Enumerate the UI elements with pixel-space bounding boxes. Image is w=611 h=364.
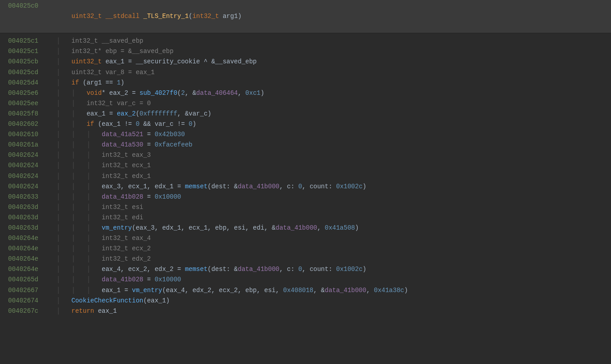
function-signature-row[interactable]: 004025c0 uint32_t __stdcall _TLS_Entry_1…	[0, 0, 611, 33]
code-token: data_41b028	[102, 193, 143, 200]
code-token: , &	[185, 89, 196, 97]
code-token: eax_1	[94, 307, 117, 315]
arg-type: int32_t	[193, 13, 219, 20]
code-token: eax_1 = __security_cookie ^ &__saved_ebp	[102, 58, 256, 65]
code-token: =	[143, 141, 154, 148]
code-token: int32_t ecx_2	[102, 245, 151, 252]
code-line[interactable]: 004025cd │ uint32_t var_8 = eax_1	[0, 67, 611, 78]
code-line[interactable]: 00402633 │ │ │ data_41b028 = 0x10000	[0, 192, 611, 202]
address-label: 004025cd	[0, 67, 45, 78]
code-line[interactable]: 00402624 │ │ │ int32_t ecx_1	[0, 160, 611, 171]
code-content: eax_4, ecx_2, edx_2 = memset(dest: &data…	[102, 264, 611, 275]
indent-guides: │ │ │	[45, 223, 102, 233]
code-line[interactable]: 0040263d │ │ │ vm_entry(eax_3, edx_1, ec…	[0, 223, 611, 233]
code-token: )	[404, 287, 408, 294]
code-line[interactable]: 004025f8 │ │ eax_1 = eax_2(0xffffffff, &…	[0, 109, 611, 119]
code-line[interactable]: 004025ee │ │ int32_t var_c = 0	[0, 98, 611, 109]
indent-guides: │ │ │	[45, 202, 102, 213]
indent-guides: │ │ │	[45, 171, 102, 182]
code-token: int32_t* ebp = &__saved_ebp	[72, 48, 174, 55]
indent-guides: │ │ │	[45, 129, 102, 140]
code-content: int32_t __saved_ebp	[72, 36, 611, 46]
code-line[interactable]: 0040264e │ │ │ int32_t ecx_2	[0, 244, 611, 254]
code-line[interactable]: 00402602 │ │ if (eax_1 != 0 && var_c != …	[0, 119, 611, 129]
code-token: int32_t eax_4	[102, 235, 151, 242]
address-label: 004025cb	[0, 57, 45, 67]
code-token: data_41b000	[238, 266, 279, 273]
address-label: 0040261a	[0, 140, 45, 150]
code-token: =	[143, 131, 154, 138]
code-line[interactable]: 00402674 │ CookieCheckFunction(eax_1)	[0, 296, 611, 306]
indent-guides: │ │	[45, 88, 86, 98]
code-token: eax_1 =	[102, 287, 132, 294]
code-line[interactable]: 004025c1 │ int32_t* ebp = &__saved_ebp	[0, 46, 611, 57]
return-type: uint32_t	[72, 13, 102, 20]
indent-guides: │ │ │	[45, 150, 102, 160]
code-line[interactable]: 00402624 │ │ │ int32_t eax_3	[0, 150, 611, 160]
address-label: 00402624	[0, 160, 45, 171]
indent-guides: │	[45, 36, 72, 46]
indent-guides: │	[45, 296, 72, 306]
address-label: 0040264e	[0, 254, 45, 264]
address-label: 0040263d	[0, 202, 45, 213]
address-label: 004025d4	[0, 78, 45, 88]
code-line[interactable]: 004025e6 │ │ void* eax_2 = sub_4027f0(2,…	[0, 88, 611, 98]
indent-guides: │ │ │	[45, 233, 102, 244]
address-label: 00402624	[0, 182, 45, 192]
indent-guides: │ │ │	[45, 140, 102, 150]
code-token: (dest: &	[207, 266, 238, 273]
indent-guides: │	[45, 67, 72, 78]
code-token: 0x408018	[283, 287, 313, 294]
indent-guides: │ │ │	[45, 182, 102, 192]
code-line[interactable]: 0040265d │ │ │ data_41b028 = 0x10000	[0, 275, 611, 285]
code-token: * eax_2 =	[102, 89, 139, 97]
code-line[interactable]: 0040267c │ return eax_1	[0, 306, 611, 316]
code-token: , &	[314, 287, 325, 294]
code-line[interactable]: 0040264e │ │ │ int32_t eax_4	[0, 233, 611, 244]
code-token: (dest: &	[207, 183, 238, 190]
code-line[interactable]: 00402624 │ │ │ int32_t edx_1	[0, 171, 611, 182]
code-line[interactable]: 00402667 │ │ │ eax_1 = vm_entry(eax_4, e…	[0, 285, 611, 296]
code-token: (eax_4, edx_2, ecx_2, ebp, esi,	[162, 287, 283, 294]
code-token: 0x1002c	[336, 183, 363, 190]
code-token: data_406464	[196, 89, 238, 97]
function-name[interactable]: _TLS_Entry_1	[143, 13, 189, 20]
code-line[interactable]: 004025d4 │ if (arg1 == 1)	[0, 78, 611, 88]
decompiler-listing[interactable]: 004025c1 │ int32_t __saved_ebp004025c1 │…	[0, 33, 611, 316]
code-token: sub_4027f0	[139, 89, 177, 97]
code-content: CookieCheckFunction(eax_1)	[72, 296, 611, 306]
code-line[interactable]: 00402624 │ │ │ eax_3, ecx_1, edx_1 = mem…	[0, 182, 611, 192]
indent-guides: │ │	[45, 109, 86, 119]
indent-guides: │ │ │	[45, 285, 102, 296]
code-line[interactable]: 0040263d │ │ │ int32_t esi	[0, 202, 611, 213]
code-line[interactable]: 00402610 │ │ │ data_41a521 = 0x42b030	[0, 129, 611, 140]
code-token: data_41b000	[238, 183, 279, 190]
code-content: data_41a521 = 0x42b030	[102, 129, 611, 140]
code-content: int32_t var_c = 0	[86, 98, 611, 109]
code-token: , count:	[302, 266, 336, 273]
code-line[interactable]: 004025cb │ uint32_t eax_1 = __security_c…	[0, 57, 611, 67]
indent-guides: │	[45, 46, 72, 57]
code-content: int32_t ecx_2	[102, 244, 611, 254]
code-line[interactable]: 0040264e │ │ │ eax_4, ecx_2, edx_2 = mem…	[0, 264, 611, 275]
address-label: 00402602	[0, 119, 45, 129]
code-content: eax_1 = eax_2(0xffffffff, &var_c)	[86, 109, 611, 119]
code-line[interactable]: 0040263d │ │ │ int32_t edi	[0, 213, 611, 223]
address-label: 004025c0	[0, 1, 45, 32]
code-content: int32_t edx_1	[102, 171, 611, 182]
code-token: 0xfacefeeb	[155, 141, 193, 148]
code-token: data_41a521	[102, 131, 143, 138]
code-line[interactable]: 0040264e │ │ │ int32_t edx_2	[0, 254, 611, 264]
address-label: 00402624	[0, 171, 45, 182]
code-content: void* eax_2 = sub_4027f0(2, &data_406464…	[86, 88, 611, 98]
code-line[interactable]: 004025c1 │ int32_t __saved_ebp	[0, 36, 611, 46]
code-token: (	[136, 110, 139, 117]
indent-guides: │ │ │	[45, 254, 102, 264]
code-token: 0xffffffff	[139, 110, 177, 117]
code-token: 0x42b030	[155, 131, 185, 138]
code-line[interactable]: 0040261a │ │ │ data_41a530 = 0xfacefeeb	[0, 140, 611, 150]
code-token: void	[86, 89, 102, 97]
code-token: eax_2	[117, 110, 136, 117]
address-label: 00402633	[0, 192, 45, 202]
code-token: , c:	[279, 266, 298, 273]
